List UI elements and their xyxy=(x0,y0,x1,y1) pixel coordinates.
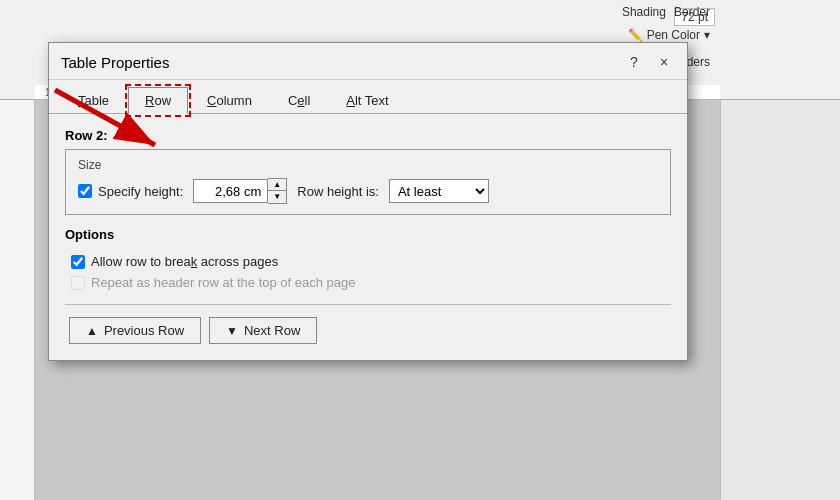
table-properties-dialog: Table Properties ? × Table Row Column Ce… xyxy=(48,42,688,361)
repeat-header-text: Repeat as header row at the top of each … xyxy=(91,275,356,290)
options-content: Allow row to break across pages Repeat a… xyxy=(65,248,671,290)
dialog-controls: ? × xyxy=(623,51,675,73)
next-row-button[interactable]: ▼ Next Row xyxy=(209,317,317,344)
dialog-title: Table Properties xyxy=(61,54,169,71)
right-grid xyxy=(720,100,840,500)
pen-color-label: Pen Color xyxy=(647,28,700,42)
prev-row-icon: ▲ xyxy=(86,324,98,338)
height-input[interactable]: 2,68 cm xyxy=(193,179,268,203)
allow-break-checkbox[interactable] xyxy=(71,255,85,269)
size-section: Size Specify height: 2,68 cm ▲ ▼ Row hei… xyxy=(65,149,671,215)
prev-row-label: Previous Row xyxy=(104,323,184,338)
pen-color-area[interactable]: ✏️ Pen Color ▾ xyxy=(628,28,710,42)
close-button[interactable]: × xyxy=(653,51,675,73)
spinner-down-button[interactable]: ▼ xyxy=(268,191,286,203)
repeat-header-checkbox[interactable] xyxy=(71,276,85,290)
specify-height-checkbox-label[interactable]: Specify height: xyxy=(78,184,183,199)
repeat-header-label: Repeat as header row at the top of each … xyxy=(91,275,356,290)
tab-alt-text-label: Alt Text xyxy=(346,93,388,108)
tab-table-label: Table xyxy=(78,93,109,108)
help-button[interactable]: ? xyxy=(623,51,645,73)
row-height-dropdown-group: At least Exactly xyxy=(389,179,489,203)
pen-color-dropdown-icon: ▾ xyxy=(704,28,710,42)
tab-bar: Table Row Column Cell Alt Text xyxy=(49,80,687,114)
prev-row-button[interactable]: ▲ Previous Row xyxy=(69,317,201,344)
next-row-label: Next Row xyxy=(244,323,300,338)
spinner-up-button[interactable]: ▲ xyxy=(268,179,286,191)
dialog-content: Row 2: Size Specify height: 2,68 cm ▲ ▼ xyxy=(49,114,687,360)
nav-buttons: ▲ Previous Row ▼ Next Row xyxy=(65,317,671,344)
options-section: Options Allow row to break across pages … xyxy=(65,227,671,290)
tab-row-label: Row xyxy=(145,93,171,108)
options-heading: Options xyxy=(65,227,671,242)
row-number-label: Row 2: xyxy=(65,128,671,143)
shading-label: Shading xyxy=(622,5,666,19)
tab-table[interactable]: Table xyxy=(61,87,126,114)
specify-height-text: Specify height: xyxy=(98,184,183,199)
size-row: Specify height: 2,68 cm ▲ ▼ Row height i… xyxy=(78,178,658,204)
tab-column[interactable]: Column xyxy=(190,87,269,114)
tab-cell[interactable]: Cell xyxy=(271,87,327,114)
allow-break-row: Allow row to break across pages xyxy=(71,254,671,269)
size-heading: Size xyxy=(78,158,658,172)
allow-break-label: Allow row to break across pages xyxy=(91,254,278,269)
tab-cell-label: Cell xyxy=(288,93,310,108)
height-input-group: 2,68 cm ▲ ▼ xyxy=(193,178,287,204)
border-label: Border xyxy=(674,5,710,19)
pen-color-icon: ✏️ xyxy=(628,28,643,42)
tab-alt-text[interactable]: Alt Text xyxy=(329,87,405,114)
row-height-is-label: Row height is: xyxy=(297,184,379,199)
height-spinner: ▲ ▼ xyxy=(268,178,287,204)
row-height-dropdown[interactable]: At least Exactly xyxy=(389,179,489,203)
dialog-titlebar: Table Properties ? × xyxy=(49,43,687,80)
divider xyxy=(65,304,671,305)
tab-column-label: Column xyxy=(207,93,252,108)
left-grid xyxy=(0,100,35,500)
repeat-header-row: Repeat as header row at the top of each … xyxy=(71,275,671,290)
tab-row[interactable]: Row xyxy=(128,87,188,114)
next-row-icon: ▼ xyxy=(226,324,238,338)
allow-break-text: Allow row to break across pages xyxy=(91,254,278,269)
toolbar-items: Shading Border xyxy=(622,5,710,19)
specify-height-checkbox[interactable] xyxy=(78,184,92,198)
